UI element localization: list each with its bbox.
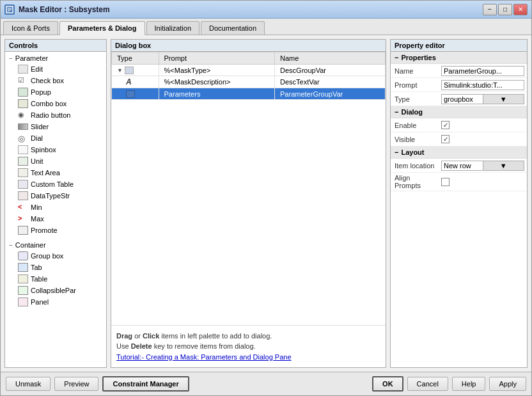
- control-panel[interactable]: Panel: [5, 296, 106, 308]
- customtable-icon: [18, 180, 28, 189]
- control-promote[interactable]: Promote: [5, 225, 106, 236]
- row1-type: ▼: [112, 65, 159, 76]
- parameter-section-header[interactable]: − Parameter: [5, 53, 106, 63]
- dialog-section-header: − Dialog: [391, 106, 527, 118]
- checkbox-icon: [18, 76, 28, 85]
- control-groupbox[interactable]: Group box: [5, 250, 106, 262]
- prop-name-row: Name: [391, 64, 527, 78]
- dialog-panel: Dialog box Type Prompt Name: [111, 39, 386, 368]
- controls-header: Controls: [5, 40, 106, 52]
- cancel-button[interactable]: Cancel: [407, 377, 448, 391]
- properties-collapse-icon: −: [395, 54, 398, 61]
- col-prompt: Prompt: [159, 52, 275, 65]
- footer-drag: Drag: [116, 332, 132, 340]
- type-select[interactable]: groupbox ▼: [441, 94, 524, 104]
- main-window: Mask Editor : Subsystem − □ ✕ Icon & Por…: [0, 0, 532, 396]
- spinbox-icon: [18, 145, 28, 154]
- prop-enable-value: [439, 120, 527, 131]
- prop-enable-label: Enable: [391, 120, 439, 131]
- title-bar-buttons: − □ ✕: [483, 4, 528, 15]
- tab-icon-ports[interactable]: Icon & Ports: [3, 21, 58, 35]
- close-button[interactable]: ✕: [513, 4, 528, 15]
- control-combobox[interactable]: Combo box: [5, 98, 106, 109]
- collapsible-icon: [18, 286, 28, 295]
- dialog-table: Type Prompt Name ▼ %<MaskType>: [111, 52, 386, 100]
- col-type: Type: [112, 52, 159, 65]
- minimize-button[interactable]: −: [483, 4, 497, 15]
- control-table[interactable]: Table: [5, 273, 106, 285]
- prompt-input[interactable]: [441, 80, 524, 90]
- help-button[interactable]: Help: [452, 377, 486, 391]
- control-max[interactable]: Max: [5, 213, 106, 225]
- row2-type: A: [112, 76, 159, 88]
- control-popup[interactable]: Popup: [5, 86, 106, 98]
- panel-icon: [18, 297, 28, 306]
- unmask-button[interactable]: Unmask: [6, 377, 51, 391]
- control-edit[interactable]: Edit: [5, 63, 106, 75]
- tab-documentation[interactable]: Documentation: [201, 21, 265, 35]
- properties-section-header: − Properties: [391, 52, 527, 64]
- property-header: Property editor: [391, 40, 527, 52]
- prop-name-value: [439, 65, 527, 77]
- align-prompts-checkbox[interactable]: [441, 178, 450, 186]
- control-radiobutton[interactable]: Radio button: [5, 109, 106, 121]
- prop-align-prompts-label: Align Prompts: [391, 173, 439, 191]
- prop-type-label: Type: [391, 94, 439, 104]
- row2-name: DescTextVar: [275, 76, 386, 88]
- control-min[interactable]: Min: [5, 202, 106, 213]
- folder-icon: [126, 90, 135, 98]
- prop-type-value: groupbox ▼: [439, 93, 527, 106]
- constraint-manager-button[interactable]: Constraint Manager: [102, 376, 189, 392]
- dialog-table-area: Type Prompt Name ▼ %<MaskType>: [111, 52, 386, 325]
- item-location-select[interactable]: New row ▼: [441, 161, 524, 171]
- dialog-header: Dialog box: [111, 40, 386, 52]
- control-customtable[interactable]: Custom Table: [5, 178, 106, 190]
- prop-name-label: Name: [391, 66, 439, 76]
- control-spinbox[interactable]: Spinbox: [5, 144, 106, 155]
- enable-checkbox[interactable]: [441, 121, 450, 129]
- ok-button[interactable]: OK: [372, 376, 403, 392]
- control-tab[interactable]: Tab: [5, 262, 106, 273]
- bottom-bar: Unmask Preview Constraint Manager OK Can…: [1, 372, 531, 395]
- table-icon: [18, 274, 28, 283]
- control-collapsiblepar[interactable]: CollapsiblePar: [5, 285, 106, 296]
- prop-visible-row: Visible: [391, 132, 527, 147]
- footer-click: Click: [143, 332, 159, 340]
- min-icon: [18, 203, 28, 212]
- item-location-arrow: ▼: [483, 161, 524, 170]
- dialog-collapse-icon: −: [395, 108, 398, 116]
- textarea-icon: [18, 168, 28, 177]
- visible-checkbox[interactable]: [441, 135, 450, 143]
- row1-prompt: %<MaskType>: [159, 65, 275, 76]
- control-datatypestr[interactable]: DataTypeStr: [5, 190, 106, 202]
- name-input[interactable]: [441, 66, 524, 76]
- title-bar: Mask Editor : Subsystem − □ ✕: [1, 1, 531, 19]
- control-textarea[interactable]: Text Area: [5, 167, 106, 178]
- table-row[interactable]: ▼ %<MaskType> DescGroupVar: [112, 65, 386, 76]
- prop-visible-value: [439, 134, 527, 145]
- footer-link[interactable]: Tutorial:- Creating a Mask: Parameters a…: [116, 353, 292, 361]
- control-dial[interactable]: Dial: [5, 132, 106, 144]
- dial-icon: [18, 134, 28, 143]
- prop-visible-label: Visible: [391, 134, 439, 145]
- parameter-collapse-icon: −: [9, 55, 13, 62]
- prop-type-row: Type groupbox ▼: [391, 92, 527, 106]
- apply-button[interactable]: Apply: [489, 377, 526, 391]
- prop-prompt-value: [439, 79, 527, 91]
- control-unit[interactable]: Unit: [5, 155, 106, 167]
- app-icon: [4, 4, 15, 15]
- table-row-selected[interactable]: Parameters ParameterGroupVar: [112, 88, 386, 100]
- preview-button[interactable]: Preview: [54, 377, 98, 391]
- footer-line1: Drag or Click items in left palette to a…: [116, 331, 380, 342]
- row1-name: DescGroupVar: [275, 65, 386, 76]
- control-slider[interactable]: Slider: [5, 121, 106, 132]
- control-checkbox[interactable]: Check box: [5, 75, 106, 86]
- tab-initialization[interactable]: Initialization: [146, 21, 199, 35]
- prop-enable-row: Enable: [391, 118, 527, 132]
- table-row[interactable]: A %<MaskDescription> DescTextVar: [112, 76, 386, 88]
- prop-item-location-row: Item location New row ▼: [391, 159, 527, 173]
- tab-parameters-dialog[interactable]: Parameters & Dialog: [59, 21, 145, 35]
- main-content: Controls − Parameter Edit Check box P: [1, 35, 531, 372]
- container-section-header[interactable]: − Container: [5, 240, 106, 250]
- restore-button[interactable]: □: [498, 4, 512, 15]
